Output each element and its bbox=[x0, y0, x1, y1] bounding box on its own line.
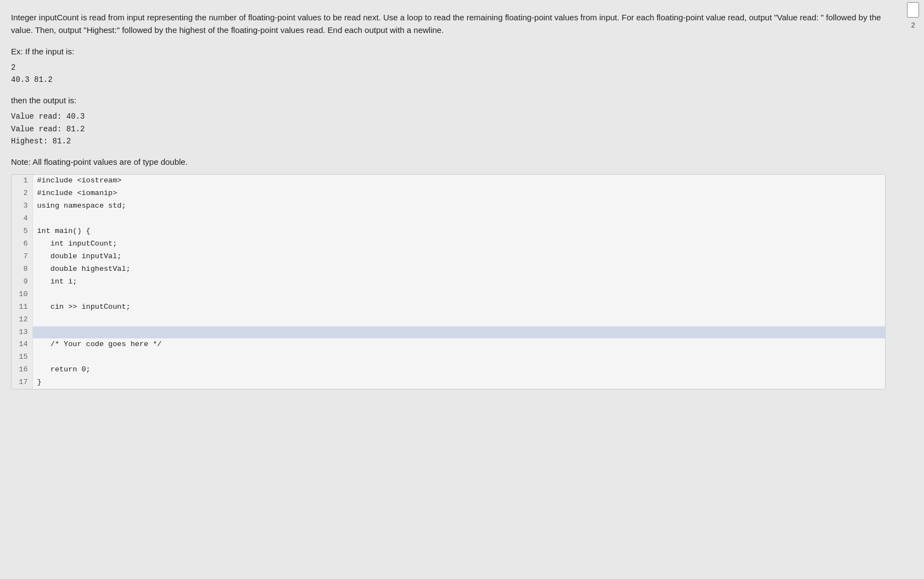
code-line-text[interactable]: int inputCount; bbox=[32, 238, 885, 250]
code-line-text[interactable]: return 0; bbox=[32, 364, 885, 376]
example-input-label: Ex: If the input is: bbox=[11, 47, 886, 56]
code-row: 16 return 0; bbox=[12, 364, 885, 376]
code-editor[interactable]: 1#include <iostream>2#include <iomanip>3… bbox=[11, 174, 886, 389]
code-line-text[interactable] bbox=[32, 314, 885, 326]
sidebar-page-num: 2 bbox=[911, 21, 915, 29]
line-number: 15 bbox=[12, 351, 32, 364]
code-line-text[interactable]: } bbox=[32, 376, 885, 389]
code-row: 8 double highestVal; bbox=[12, 263, 885, 276]
line-number: 6 bbox=[12, 238, 32, 250]
code-line-text[interactable]: #include <iostream> bbox=[32, 175, 885, 187]
code-row: 15 bbox=[12, 351, 885, 364]
example-output-label: then the output is: bbox=[11, 96, 886, 105]
output-line-2: Value read: 81.2 bbox=[11, 123, 886, 135]
example-input-line-1: 2 bbox=[11, 62, 886, 74]
code-row: 1#include <iostream> bbox=[12, 175, 885, 187]
code-row: 4 bbox=[12, 213, 885, 225]
line-number: 9 bbox=[12, 276, 32, 288]
line-number: 16 bbox=[12, 364, 32, 376]
code-row: 7 double inputVal; bbox=[12, 250, 885, 263]
sidebar-icon bbox=[907, 2, 919, 18]
code-line-text[interactable]: using namespace std; bbox=[32, 200, 885, 213]
code-line-text[interactable] bbox=[32, 288, 885, 301]
code-row: 9 int i; bbox=[12, 276, 885, 288]
output-line-3: Highest: 81.2 bbox=[11, 135, 886, 147]
description-text: Integer inputCount is read from input re… bbox=[11, 11, 886, 37]
line-number: 10 bbox=[12, 288, 32, 301]
example-input-line-2: 40.3 81.2 bbox=[11, 74, 886, 86]
example-input-block: 2 40.3 81.2 bbox=[11, 62, 886, 86]
line-number: 2 bbox=[12, 187, 32, 200]
line-number: 1 bbox=[12, 175, 32, 187]
code-line-text[interactable]: double inputVal; bbox=[32, 250, 885, 263]
code-line-text[interactable] bbox=[32, 213, 885, 225]
line-number: 4 bbox=[12, 213, 32, 225]
code-line-text[interactable]: #include <iomanip> bbox=[32, 187, 885, 200]
line-number: 5 bbox=[12, 225, 32, 238]
code-row: 5int main() { bbox=[12, 225, 885, 238]
code-line-text[interactable] bbox=[32, 326, 885, 339]
code-line-text[interactable]: double highestVal; bbox=[32, 263, 885, 276]
code-row: 3using namespace std; bbox=[12, 200, 885, 213]
code-table: 1#include <iostream>2#include <iomanip>3… bbox=[12, 175, 885, 389]
note-text: Note: All floating-point values are of t… bbox=[11, 157, 886, 166]
output-line-1: Value read: 40.3 bbox=[11, 110, 886, 123]
line-number: 12 bbox=[12, 314, 32, 326]
code-row: 17} bbox=[12, 376, 885, 389]
line-number: 11 bbox=[12, 301, 32, 314]
line-number: 3 bbox=[12, 200, 32, 213]
line-number: 17 bbox=[12, 376, 32, 389]
code-line-text[interactable] bbox=[32, 351, 885, 364]
code-row: 2#include <iomanip> bbox=[12, 187, 885, 200]
code-line-text[interactable]: int i; bbox=[32, 276, 885, 288]
code-row: 13 bbox=[12, 326, 885, 339]
example-output-block: Value read: 40.3 Value read: 81.2 Highes… bbox=[11, 110, 886, 147]
line-number: 8 bbox=[12, 263, 32, 276]
line-number: 13 bbox=[12, 326, 32, 339]
code-line-text[interactable]: int main() { bbox=[32, 225, 885, 238]
code-row: 10 bbox=[12, 288, 885, 301]
line-number: 7 bbox=[12, 250, 32, 263]
code-row: 11 cin >> inputCount; bbox=[12, 301, 885, 314]
code-row: 6 int inputCount; bbox=[12, 238, 885, 250]
main-content: Integer inputCount is read from input re… bbox=[0, 0, 902, 579]
sidebar: 2 bbox=[902, 0, 924, 579]
code-row: 14 /* Your code goes here */ bbox=[12, 338, 885, 351]
code-line-text[interactable]: cin >> inputCount; bbox=[32, 301, 885, 314]
code-line-text[interactable]: /* Your code goes here */ bbox=[32, 338, 885, 351]
line-number: 14 bbox=[12, 338, 32, 351]
code-row: 12 bbox=[12, 314, 885, 326]
